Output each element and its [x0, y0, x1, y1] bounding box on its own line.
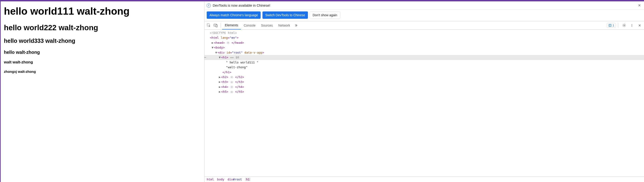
toolbar-divider — [618, 23, 618, 28]
tab-elements[interactable]: Elements — [222, 21, 241, 29]
gear-icon[interactable] — [620, 22, 628, 29]
dom-breadcrumb: html body div#root h1 — [204, 177, 644, 182]
dom-doctype[interactable]: <!DOCTYPE html> — [204, 30, 644, 35]
issues-icon — [608, 24, 612, 27]
dom-body-open[interactable]: ▼<body> — [204, 45, 644, 50]
dom-h5[interactable]: ▶<h5> ⋯ </h5> — [204, 89, 644, 94]
close-icon[interactable]: × — [637, 3, 642, 8]
svg-point-4 — [624, 25, 625, 26]
banner-actions: Always match Chrome's language Switch De… — [204, 10, 644, 21]
heading-6: zhongxj walt-zhong — [4, 70, 201, 74]
breadcrumb-div-root[interactable]: div#root — [228, 178, 242, 181]
dont-show-again-button[interactable]: Don't show again — [310, 11, 340, 19]
dom-html-open[interactable]: <html lang="en"> — [204, 35, 644, 40]
dom-div-root[interactable]: ▼<div id="root" data-v-app> — [204, 50, 644, 55]
info-icon: i — [207, 3, 211, 7]
device-toolbar-icon[interactable] — [212, 22, 219, 29]
inspect-element-icon[interactable] — [205, 22, 212, 29]
issues-count: 1 — [612, 24, 614, 27]
heading-1: hello world111 walt-zhong — [4, 5, 201, 17]
dom-h1-open[interactable]: ▼<h1> == $0 — [204, 55, 644, 60]
issues-badge[interactable]: 1 — [607, 23, 616, 28]
tab-sources[interactable]: Sources — [258, 21, 276, 29]
svg-rect-2 — [216, 25, 217, 27]
dom-h1-close[interactable]: </h1> — [204, 70, 644, 75]
main-container: hello world111 walt-zhong hello world222… — [0, 1, 644, 182]
dom-h2[interactable]: ▶<h2> ⋯ </h2> — [204, 75, 644, 80]
dom-h4[interactable]: ▶<h4> ⋯ </h4> — [204, 85, 644, 89]
tab-console[interactable]: Console — [241, 21, 258, 29]
dom-h3[interactable]: ▶<h3> ⋯ </h3> — [204, 80, 644, 84]
breadcrumb-html[interactable]: html — [207, 178, 214, 181]
svg-point-6 — [632, 25, 632, 26]
dom-h1-text1[interactable]: " hello world111 " — [204, 60, 644, 65]
devtools-panel: i DevTools is now available in Chinese! … — [204, 1, 644, 182]
page-content: hello world111 walt-zhong hello world222… — [0, 1, 204, 182]
tab-network[interactable]: Network — [276, 21, 293, 29]
heading-4: hello walt-zhong — [4, 50, 201, 55]
svg-point-7 — [632, 26, 632, 27]
dom-h1-text2[interactable]: "walt-zhong" — [204, 65, 644, 70]
breadcrumb-body[interactable]: body — [217, 178, 224, 181]
dom-tree[interactable]: <!DOCTYPE html> <html lang="en"> ▶<head>… — [204, 29, 644, 177]
heading-2: hello world222 walt-zhong — [4, 23, 201, 32]
breadcrumb-h1[interactable]: h1 — [245, 178, 250, 181]
close-devtools-icon[interactable] — [636, 22, 643, 29]
heading-5: walt walt-zhong — [4, 60, 201, 65]
toolbar-divider — [220, 23, 221, 28]
heading-3: hello world333 walt-zhong — [4, 38, 201, 44]
always-match-language-button[interactable]: Always match Chrome's language — [207, 11, 261, 19]
switch-to-chinese-button[interactable]: Switch DevTools to Chinese — [262, 11, 308, 19]
more-tabs-icon[interactable] — [293, 22, 300, 29]
banner-text: DevTools is now available in Chinese! — [213, 3, 270, 7]
dom-head[interactable]: ▶<head> ⋯ </head> — [204, 40, 644, 45]
kebab-menu-icon[interactable] — [628, 22, 635, 29]
svg-point-5 — [632, 24, 632, 25]
devtools-language-banner: i DevTools is now available in Chinese! … — [204, 1, 644, 10]
devtools-toolbar: Elements Console Sources Network 1 — [204, 21, 644, 29]
